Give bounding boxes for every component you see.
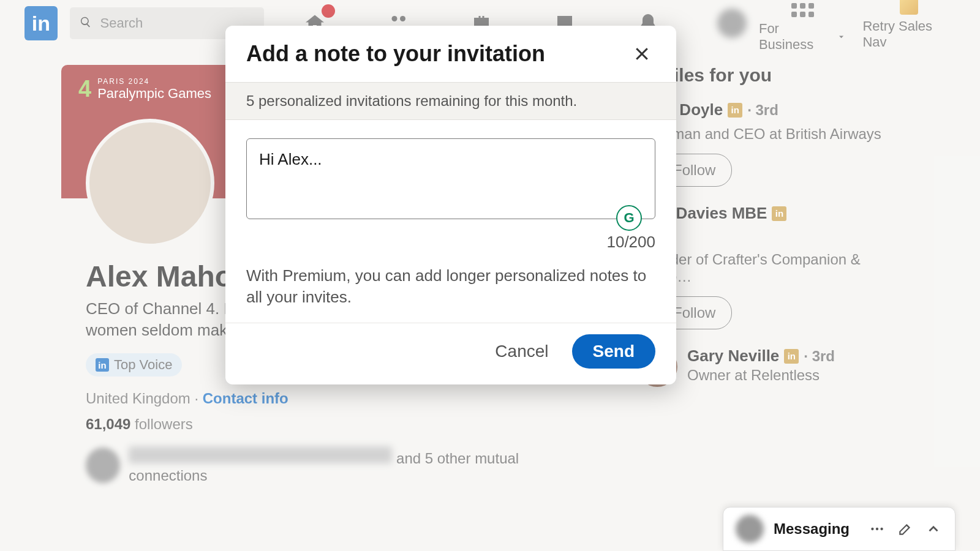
messaging-title: Messaging [774,520,858,538]
cancel-button[interactable]: Cancel [490,335,553,367]
invitation-note-modal: Add a note to your invitation 5 personal… [225,26,676,384]
messaging-avatar [736,515,764,543]
svg-point-2 [871,528,873,530]
chevron-up-icon[interactable] [924,520,943,538]
close-button[interactable] [628,40,655,67]
svg-point-4 [880,528,883,530]
compose-icon[interactable] [896,520,914,538]
grammarly-icon[interactable] [616,205,642,231]
note-textarea[interactable] [246,138,655,219]
svg-point-3 [876,528,878,530]
more-icon[interactable] [868,520,886,538]
messaging-dock[interactable]: Messaging [723,507,956,551]
modal-title: Add a note to your invitation [246,41,545,67]
send-button[interactable]: Send [572,334,655,369]
char-counter: 10/200 [246,233,655,252]
premium-upsell-text: With Premium, you can add longer persona… [246,265,655,308]
close-icon [633,45,651,63]
invites-remaining-banner: 5 personalized invitations remaining for… [225,82,676,120]
